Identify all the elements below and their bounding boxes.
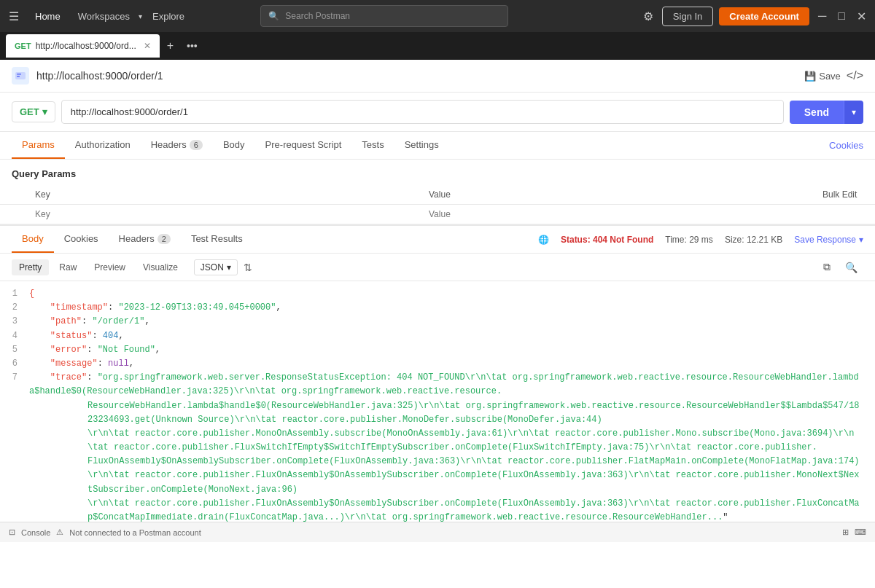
keyboard-icon: ⌨: [855, 528, 866, 537]
svg-rect-1: [17, 74, 21, 75]
save-button[interactable]: 💾 Save: [804, 71, 841, 82]
save-icon: 💾: [804, 71, 816, 82]
code-line-2: 2 "timestamp": "2023-12-09T13:03:49.045+…: [0, 301, 875, 315]
send-dropdown-button[interactable]: ▾: [844, 101, 863, 124]
code-view-button[interactable]: </>: [847, 69, 863, 82]
close-button[interactable]: ✕: [854, 7, 869, 26]
send-button[interactable]: Send: [790, 101, 844, 124]
tab-tests[interactable]: Tests: [351, 132, 394, 159]
signin-button[interactable]: Sign In: [662, 7, 713, 26]
request-tab[interactable]: GET http://localhost:9000/ord... ✕: [6, 34, 160, 58]
save-label: Save: [819, 71, 841, 82]
code-line-7b: ResourceWebHandler.lambda$handle$0(Resou…: [0, 399, 875, 427]
tab-body[interactable]: Body: [213, 132, 255, 159]
tab-close-icon[interactable]: ✕: [144, 41, 151, 51]
pretty-view-button[interactable]: Pretty: [12, 259, 49, 275]
filter-icon-button[interactable]: ⇅: [241, 259, 255, 276]
console-label[interactable]: Console: [21, 528, 50, 537]
response-code-area[interactable]: 1 { 2 "timestamp": "2023-12-09T13:03:49.…: [0, 281, 875, 522]
preview-view-button[interactable]: Preview: [87, 259, 133, 275]
statusbar: ⊡ Console ⚠ Not connected to a Postman a…: [0, 522, 875, 542]
response-action-buttons: ⧉ 🔍: [817, 258, 863, 276]
search-response-button[interactable]: 🔍: [839, 258, 863, 276]
create-account-button[interactable]: Create Account: [719, 7, 809, 26]
response-tabs-row: Body Cookies Headers 2 Test Results 🌐 St…: [0, 226, 875, 254]
tab-url: http://localhost:9000/ord...: [36, 41, 136, 51]
params-col-bulk[interactable]: Bulk Edit: [811, 185, 875, 205]
method-value: GET: [20, 106, 39, 117]
visualize-view-button[interactable]: Visualize: [136, 259, 185, 275]
row-checkbox-cell: [0, 205, 23, 224]
status-badge: Status: 404 Not Found: [561, 235, 653, 245]
url-bar: GET ▾ Send ▾: [0, 93, 875, 132]
minimize-button[interactable]: ─: [815, 7, 829, 26]
code-line-1: 1 {: [0, 287, 875, 301]
format-value: JSON: [201, 262, 224, 273]
tab-params[interactable]: Params: [12, 132, 65, 159]
nav-workspaces[interactable]: Workspaces ▾: [71, 7, 142, 26]
copy-button[interactable]: ⧉: [817, 258, 836, 276]
nav-home[interactable]: Home: [28, 7, 68, 26]
url-input[interactable]: [61, 100, 784, 124]
method-select[interactable]: GET ▾: [12, 101, 55, 122]
key-input[interactable]: [35, 209, 405, 219]
statusbar-left: ⊡ Console ⚠ Not connected to a Postman a…: [9, 528, 201, 537]
response-tab-cookies[interactable]: Cookies: [54, 226, 109, 253]
params-col-key: Key: [23, 185, 417, 205]
request-header-url: http://localhost:9000/order/1: [36, 70, 797, 82]
nav-workspaces-label[interactable]: Workspaces: [71, 7, 137, 26]
format-select[interactable]: JSON ▾: [194, 259, 238, 275]
raw-view-button[interactable]: Raw: [52, 259, 84, 275]
save-response-button[interactable]: Save Response ▾: [794, 235, 863, 245]
warning-icon: ⚠: [56, 528, 63, 537]
code-line-6: 6 "message": null,: [0, 357, 875, 371]
menu-icon[interactable]: ☰: [6, 7, 22, 26]
tab-prerequest[interactable]: Pre-request Script: [255, 132, 352, 159]
response-toolbar: Pretty Raw Preview Visualize JSON ▾ ⇅ ⧉ …: [0, 254, 875, 281]
response-size: Size: 12.21 KB: [725, 235, 782, 245]
search-placeholder: Search Postman: [285, 11, 350, 21]
statusbar-right: ⊞ ⌨: [842, 528, 866, 537]
code-line-7d: FluxOnAssembly$OnAssemblySubscriber.onCo…: [0, 455, 875, 497]
connection-status: Not connected to a Postman account: [69, 528, 201, 537]
request-icon: [12, 67, 29, 85]
headers-badge: 6: [190, 140, 203, 150]
params-table: Key Value Bulk Edit: [0, 185, 875, 224]
topbar-actions: ⚙ Sign In Create Account ─ □ ✕: [640, 7, 869, 26]
code-line-4: 4 "status": 404,: [0, 329, 875, 343]
globe-icon: 🌐: [538, 235, 549, 245]
workspaces-chevron-icon: ▾: [139, 12, 142, 20]
more-tabs-button[interactable]: •••: [181, 37, 203, 55]
code-line-7e: \r\n\tat reactor.core.publisher.FluxOnAs…: [0, 497, 875, 522]
request-header-bar: http://localhost:9000/order/1 💾 Save </>: [0, 60, 875, 93]
headers-label: Headers: [151, 139, 187, 150]
tab-headers[interactable]: Headers 6: [141, 132, 213, 159]
new-tab-button[interactable]: +: [161, 36, 179, 55]
request-tabs-row: Params Authorization Headers 6 Body Pre-…: [0, 132, 875, 160]
search-bar[interactable]: 🔍 Search Postman: [260, 5, 508, 27]
cookies-button[interactable]: Cookies: [829, 133, 863, 158]
send-button-group: Send ▾: [790, 101, 863, 124]
response-status-bar: 🌐 Status: 404 Not Found Time: 29 ms Size…: [538, 235, 863, 245]
key-cell[interactable]: [23, 205, 417, 224]
response-tab-headers[interactable]: Headers 2: [109, 226, 181, 253]
topbar: ☰ Home Workspaces ▾ Explore 🔍 Search Pos…: [0, 0, 875, 32]
save-response-chevron-icon: ▾: [859, 235, 863, 245]
maximize-button[interactable]: □: [835, 7, 848, 26]
code-line-7c: \r\n\tat reactor.core.publisher.MonoOnAs…: [0, 427, 875, 455]
code-line-3: 3 "path": "/order/1",: [0, 315, 875, 329]
save-response-label: Save Response: [794, 235, 856, 245]
tab-settings[interactable]: Settings: [394, 132, 449, 159]
tab-authorization[interactable]: Authorization: [65, 132, 141, 159]
settings-button[interactable]: ⚙: [640, 7, 656, 26]
nav-explore[interactable]: Explore: [145, 7, 192, 26]
response-tab-test-results[interactable]: Test Results: [181, 226, 253, 253]
response-headers-label: Headers: [119, 233, 155, 244]
table-row: [0, 205, 875, 224]
value-cell[interactable]: [417, 205, 811, 224]
tab-method-badge: GET: [15, 42, 31, 50]
topbar-nav: Home Workspaces ▾ Explore: [28, 7, 192, 26]
code-line-5: 5 "error": "Not Found",: [0, 343, 875, 357]
value-input[interactable]: [429, 209, 799, 219]
response-tab-body[interactable]: Body: [12, 226, 54, 253]
